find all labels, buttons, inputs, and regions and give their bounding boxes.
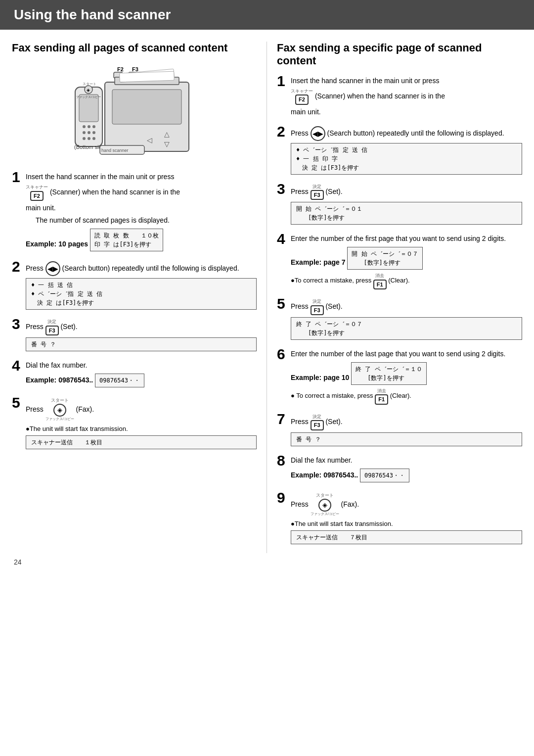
r-scanner-kanji: スキャナー: [291, 88, 313, 95]
step-num-2: 2: [12, 259, 26, 274]
step-4-content: Dial the fax number. Example: 09876543..…: [26, 360, 257, 390]
page: Using the hand scanner Fax sending all p…: [0, 0, 534, 756]
step-num-1: 1: [12, 170, 26, 185]
r-f3-button-3: F3: [311, 190, 324, 200]
r-step-num-9: 9: [277, 490, 291, 505]
lcd-fax-left: 09876543・・: [95, 374, 144, 387]
step-num-4: 4: [12, 358, 26, 373]
r-step-4-clear: ●To correct a mistake, press 消去 F1 (Clea…: [291, 273, 522, 289]
left-step-3: 3 Press 決定 F3 (Set). 番 号 ？: [12, 319, 257, 353]
step-3-text: Press 決定 F3 (Set).: [26, 319, 257, 335]
r-step-3-text: Press 決定 F3 (Set).: [291, 184, 522, 200]
r-search-button-icon: ◀▶: [311, 126, 325, 141]
r-f2-button: F2: [295, 94, 309, 104]
r-f1-button-6: F1: [375, 394, 388, 404]
r-step-6-example: Example: page 10 終 了 ペ゛ーシ゛＝１０ [数字]を押す: [291, 361, 522, 386]
r-step-2-content: Press ◀▶ (Search button) repeatedly unti…: [291, 126, 522, 177]
r-step-5-content: Press 決定 F3 (Set). 終 了 ペ゛ーシ゛＝０７ [数字]を押す: [291, 298, 522, 342]
r-fax-copy-label: ファックス/コピー: [311, 512, 339, 517]
r-step-num-3: 3: [277, 182, 291, 196]
lcd-page7: 開 始 ペ゛ーシ゛＝０７ [数字]を押す: [347, 247, 422, 270]
lcd-step7-right: 番 号 ？: [291, 432, 522, 446]
svg-point-12: [83, 137, 86, 140]
svg-point-8: [92, 125, 95, 128]
start-label-left: スタート: [51, 397, 69, 404]
f2-button: F2: [30, 191, 44, 201]
title-bar: Using the hand scanner: [0, 0, 534, 30]
step-3-content: Press 決定 F3 (Set). 番 号 ？: [26, 319, 257, 353]
svg-point-7: [88, 125, 90, 128]
r-step-1-text1: Insert the hand scanner in the main unit…: [291, 76, 522, 86]
r-clear-kanji-4: 消去: [375, 273, 384, 280]
r-step-4-text1: Enter the number of the first page that …: [291, 234, 522, 244]
r-step-num-1: 1: [277, 74, 291, 89]
step-1-text1: Insert the hand scanner in the main unit…: [26, 172, 257, 182]
right-column: Fax sending a specific page of scanned c…: [267, 42, 522, 553]
right-step-1: 1 Insert the hand scanner in the main un…: [277, 76, 522, 119]
scanner-label-group: スキャナー F2: [26, 184, 48, 201]
start-circle-left: ◈: [53, 404, 66, 417]
r-step-8-example: Example: 09876543.. 09876543・・: [291, 468, 522, 483]
svg-text:ファックス/コピー: ファックス/コピー: [76, 95, 101, 98]
step-2-content: Press ◀▶ (Search button) repeatedly unti…: [26, 261, 257, 312]
r-step-9-content: Press スタート ◈ ファックス/コピー (Fax). ●The unit …: [291, 492, 522, 547]
lcd-page10: 終 了 ペ゛ーシ゛＝１０ [数字]を押す: [351, 362, 426, 385]
step-1-text3: main unit.: [26, 203, 257, 213]
r-f3-button-5: F3: [311, 305, 324, 315]
right-step-9: 9 Press スタート ◈ ファックス/コピー (Fax). ●The uni…: [277, 492, 522, 547]
right-section-title: Fax sending a specific page of scanned c…: [277, 42, 522, 68]
r-f3-kanji-7: 決定: [312, 414, 321, 421]
r-scanner-label-group: スキャナー F2: [291, 88, 313, 105]
r-step-8-text: Dial the fax number.: [291, 455, 522, 466]
r-step-9-text: Press スタート ◈ ファックス/コピー (Fax).: [291, 492, 522, 517]
lcd-step2-right: ♦ ペ゛ーシ゛指 定 送 信 ♦ 一 括 印 字 決 定 は[F3]を押す: [291, 143, 522, 175]
r-f1-button-4: F1: [373, 280, 387, 289]
example-fax-label-right: Example: 09876543..: [291, 471, 358, 479]
step-num-5: 5: [12, 395, 26, 410]
r-step-num-7: 7: [277, 412, 291, 426]
two-col-layout: Fax sending all pages of scanned content…: [0, 42, 534, 553]
page-number: 24: [14, 558, 22, 566]
lcd-step5-left: スキャナー送信 １枚目: [26, 435, 257, 449]
fax-copy-label-left: ファックス/コピー: [45, 417, 74, 422]
fax-device-svg: F2 F3: [70, 62, 199, 161]
svg-rect-20: [112, 90, 181, 124]
r-step-1-text2: スキャナー F2 (Scanner) when the hand scanner…: [291, 88, 522, 105]
r-start-circle: ◈: [318, 499, 331, 512]
step-2-text: Press ◀▶ (Search button) repeatedly unti…: [26, 261, 257, 276]
r-step-num-5: 5: [277, 296, 291, 311]
svg-rect-23: [119, 71, 174, 82]
page-footer: 24: [0, 553, 534, 566]
r-step-4-content: Enter the number of the first page that …: [291, 234, 522, 291]
svg-rect-5: [79, 94, 98, 122]
step-4-text: Dial the fax number.: [26, 360, 257, 371]
step-num-3: 3: [12, 317, 26, 331]
step-1-content: Insert the hand scanner in the main unit…: [26, 172, 257, 254]
lcd-step3-left: 番 号 ？: [26, 337, 257, 351]
svg-text:▽: ▽: [164, 140, 170, 148]
lcd-step3-right: 開 始 ペ゛ーシ゛＝０１ [数字]を押す: [291, 202, 522, 225]
lcd-step2-left: ♦ 一 括 送 信 ♦ ペ゛ーシ゛指 定 送 信 決 定 は[F3]を押す: [26, 278, 257, 310]
svg-point-10: [88, 131, 90, 134]
right-step-2: 2 Press ◀▶ (Search button) repeatedly un…: [277, 126, 522, 177]
right-step-3: 3 Press 決定 F3 (Set). 開 始 ペ゛ーシ゛＝０１ [数字]を押…: [277, 184, 522, 227]
left-step-4: 4 Dial the fax number. Example: 09876543…: [12, 360, 257, 390]
r-step-num-4: 4: [277, 232, 291, 246]
left-step-5: 5 Press スタート ◈ ファックス/コピー (Fax). ●The uni…: [12, 397, 257, 452]
r-step-3-content: Press 決定 F3 (Set). 開 始 ペ゛ーシ゛＝０１ [数字]を押す: [291, 184, 522, 227]
example-fax-label-left: Example: 09876543..: [26, 376, 93, 384]
r-clear-icon-6: 消去 F1: [375, 388, 388, 405]
r-step-num-2: 2: [277, 124, 291, 139]
r-step-num-6: 6: [277, 347, 291, 362]
r-clear-icon-4: 消去 F1: [373, 273, 387, 289]
f3-button-3: F3: [45, 326, 59, 335]
lcd-fax-right: 09876543・・: [360, 469, 409, 482]
r-step-9-bullet: ●The unit will start fax transmission.: [291, 519, 522, 529]
left-column: Fax sending all pages of scanned content…: [12, 42, 267, 553]
r-start-label: スタート: [316, 492, 334, 499]
r-step-7-text: Press 決定 F3 (Set).: [291, 414, 522, 430]
search-button-icon: ◀▶: [45, 261, 60, 276]
right-step-6: 6 Enter the number of the last page that…: [277, 349, 522, 407]
r-step-4-example: Example: page 7 開 始 ペ゛ーシ゛＝０７ [数字]を押す: [291, 246, 522, 271]
r-f3-button-7: F3: [311, 420, 324, 430]
